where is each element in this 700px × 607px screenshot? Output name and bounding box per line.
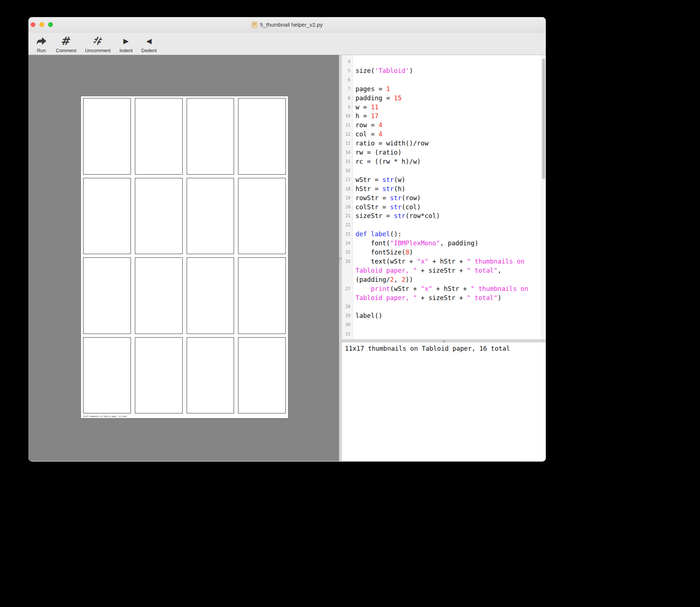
uncomment-icon: # [93,34,102,47]
vertical-splitter[interactable] [339,55,342,461]
window-titlebar: 5_thumbnail helper_v2.py [28,17,546,32]
code-line: 19rowStr = str(row) [342,194,546,203]
toolbar-label: Run [37,48,46,53]
code-text: rowStr = str(row) [353,194,546,203]
uncomment-button[interactable]: #Uncomment [81,34,115,54]
code-text: h = 17 [353,112,546,121]
code-line: 27 print(wStr + "x" + hStr + " thumbnail… [342,284,546,303]
line-number: 21 [342,211,353,221]
code-text: def label(): [353,230,546,239]
thumbnail-rect [83,337,131,414]
main-content: 11x17 thumbnails on Tabloid paper, 16 to… [28,55,546,461]
line-number: 16 [342,166,353,175]
code-line: 17wStr = str(w) [342,175,546,184]
dedent-icon: ◀ [146,34,152,47]
splitter-dimple [339,257,342,260]
line-number: 14 [342,148,353,157]
code-line: 31 [342,330,546,339]
code-line: 28 [342,302,546,311]
output-console[interactable]: 11x17 thumbnails on Tabloid paper, 16 to… [342,342,546,461]
thumbnail-rect [83,257,131,334]
code-line: 11row = 4 [342,121,546,130]
toolbar-label: Comment [56,48,76,53]
run-button[interactable]: Run [31,34,51,54]
line-number: 28 [342,302,353,311]
thumbnail-rect [187,257,234,334]
code-line: 12col = 4 [342,130,546,139]
code-lines: 45size('Tabloid')67pages = 18padding = 1… [342,55,546,339]
code-text: text(wStr + "x" + hStr + " thumbnails on… [353,257,546,284]
code-line: 9w = 11 [342,103,546,112]
code-text: colStr = str(col) [353,203,546,212]
code-text: col = 4 [353,130,546,139]
toolbar: Run#Comment#Uncomment▶Indent◀Dedent [28,32,546,55]
thumbnail-grid [83,98,286,413]
file-icon [252,22,257,28]
toolbar-label: Indent [119,48,132,53]
line-number: 20 [342,203,353,212]
line-number: 10 [342,112,353,121]
code-text: row = 4 [353,121,546,130]
traffic-lights [31,17,53,32]
code-line: 23def label(): [342,230,546,239]
code-line: 20colStr = str(col) [342,203,546,212]
line-number: 6 [342,75,353,85]
code-line: 29label() [342,311,546,320]
code-line: 21sizeStr = str(row*col) [342,211,546,221]
zoom-button[interactable] [48,22,53,27]
indent-button[interactable]: ▶Indent [115,34,137,54]
code-line: 10h = 17 [342,112,546,121]
line-number: 8 [342,94,353,103]
code-text: pages = 1 [353,85,546,94]
thumbnail-rect [135,337,183,414]
close-button[interactable] [31,22,35,27]
dedent-button[interactable]: ◀Dedent [137,34,161,54]
line-number: 5 [342,66,353,75]
thumbnail-rect [238,337,286,414]
code-line: 8padding = 15 [342,94,546,103]
line-number: 27 [342,284,353,293]
comment-icon: # [61,34,71,47]
comment-button[interactable]: #Comment [51,34,81,54]
line-number: 18 [342,184,353,194]
code-line: 14rw = (ratio) [342,148,546,157]
code-line: 13ratio = width()/row [342,139,546,148]
code-text: w = 11 [353,103,546,112]
line-number: 24 [342,239,353,248]
code-text: hStr = str(h) [353,184,546,194]
code-text: ratio = width()/row [353,139,546,148]
code-line: 7pages = 1 [342,85,546,94]
line-number: 11 [342,121,353,130]
line-number: 31 [342,330,353,339]
horizontal-splitter[interactable] [342,339,546,342]
code-text: label() [353,311,546,320]
thumbnail-rect [238,98,286,175]
right-pane: 45size('Tabloid')67pages = 18padding = 1… [342,55,546,461]
code-text: fontSize(8) [353,248,546,257]
app-window: 5_thumbnail helper_v2.py Run#Comment#Unc… [28,17,546,462]
scrollbar-thumb[interactable] [542,59,545,179]
line-number: 30 [342,320,353,330]
code-line: 18hStr = str(h) [342,184,546,194]
editor-scrollbar[interactable] [541,55,546,339]
code-text: print(wStr + "x" + hStr + " thumbnails o… [353,284,546,303]
thumbnail-rect [238,257,286,334]
code-text: rw = (ratio) [353,148,546,157]
code-text: size('Tabloid') [353,66,546,75]
line-number: 9 [342,103,353,112]
preview-page: 11x17 thumbnails on Tabloid paper, 16 to… [81,96,288,418]
page-caption: 11x17 thumbnails on Tabloid paper, 16 to… [83,416,127,417]
preview-canvas: 11x17 thumbnails on Tabloid paper, 16 to… [28,55,339,461]
thumbnail-rect [83,98,131,175]
toolbar-label: Dedent [141,48,157,53]
line-number: 26 [342,257,353,266]
code-line: 22 [342,221,546,230]
line-number: 17 [342,175,353,184]
code-line: 15rc = ((rw * h)/w) [342,157,546,166]
code-editor[interactable]: 45size('Tabloid')67pages = 18padding = 1… [342,55,546,339]
thumbnail-rect [187,98,234,175]
indent-icon: ▶ [123,34,129,47]
code-text: padding = 15 [353,94,546,103]
code-line: 24 font("IBMPlexMono", padding) [342,239,546,248]
minimize-button[interactable] [39,22,44,27]
